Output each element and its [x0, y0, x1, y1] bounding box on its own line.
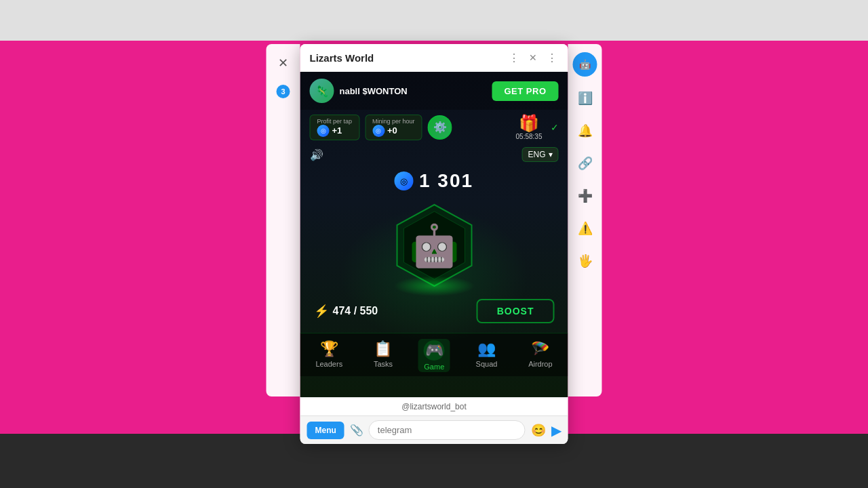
bottom-nav: 🏆 Leaders 📋 Tasks 🎮 Game 👥 Squad 🪂: [300, 333, 568, 376]
warning-icon[interactable]: ⚠️: [574, 218, 596, 239]
mining-icon: ◎: [372, 125, 384, 137]
bot-url: @lizartsworld_bot: [401, 402, 467, 411]
profit-value: +1: [332, 125, 342, 136]
leaders-icon: 🏆: [320, 340, 338, 358]
profit-stat: Profit per tap ◎ +1: [310, 115, 360, 140]
nav-item-tasks[interactable]: 📋 Tasks: [368, 339, 398, 372]
telegram-window: Lizarts World ⋮ ✕ ⋮ 🦎 nabll $WONTON GET …: [300, 44, 568, 444]
attachment-icon[interactable]: 📎: [350, 424, 363, 436]
energy-value: 474 / 550: [333, 305, 378, 317]
score-coin-icon: ◎: [395, 171, 414, 190]
energy-display: ⚡ 474 / 550: [314, 304, 378, 319]
left-panel: ✕ 3: [267, 44, 300, 396]
profit-label: Profit per tap: [317, 118, 353, 125]
mining-value: +0: [387, 125, 397, 136]
get-pro-button[interactable]: GET PRO: [492, 81, 558, 101]
game-icon: 🎮: [424, 340, 445, 361]
extra-more-button[interactable]: ⋮: [545, 51, 559, 64]
energy-area: ⚡ 474 / 550 BOOST: [300, 295, 568, 327]
user-bar: 🦎 nabll $WONTON GET PRO: [300, 72, 568, 110]
close-button[interactable]: ✕: [526, 51, 540, 64]
score-value: 1 301: [419, 170, 473, 192]
info-icon[interactable]: ℹ️: [574, 87, 596, 109]
lightning-icon: ⚡: [314, 304, 329, 319]
game-label: Game: [424, 363, 444, 371]
link-icon[interactable]: 🔗: [574, 152, 596, 174]
menu-button[interactable]: Menu: [307, 422, 344, 439]
score-area: ◎ 1 301: [300, 165, 568, 195]
title-bar: Lizarts World ⋮ ✕ ⋮: [300, 44, 568, 72]
boost-button[interactable]: BOOST: [477, 299, 555, 323]
bell-icon[interactable]: 🔔: [574, 120, 596, 142]
input-area: Menu 📎 😊 ▶: [300, 415, 568, 444]
app-content: 🦎 nabll $WONTON GET PRO Profit per tap ◎…: [300, 72, 568, 397]
language-selector[interactable]: ENG ▾: [521, 147, 558, 162]
airdrop-label: Airdrop: [528, 360, 552, 368]
nav-item-game[interactable]: 🎮 Game: [418, 339, 450, 372]
leaders-label: Leaders: [315, 360, 342, 368]
left-close-icon[interactable]: ✕: [273, 52, 294, 74]
character-sprite: 🤖: [409, 222, 460, 270]
mining-wheel-icon: ⚙️: [428, 115, 452, 140]
gift-icon: 🎁: [519, 114, 539, 133]
title-controls: ⋮ ✕ ⋮: [507, 51, 559, 64]
sound-icon: 🔊: [310, 149, 323, 161]
hex-glow: [393, 276, 475, 296]
profit-icon: ◎: [317, 125, 330, 137]
hand-icon[interactable]: 🖐️: [574, 250, 596, 272]
checkmark-icon: ✓: [551, 122, 559, 133]
window-title: Lizarts World: [310, 52, 374, 64]
user-info: 🦎 nabll $WONTON: [310, 79, 408, 103]
mining-stat: Mining per hour ◎ +0: [365, 115, 422, 140]
more-button[interactable]: ⋮: [507, 51, 521, 64]
language-label: ENG: [528, 150, 545, 159]
emoji-button[interactable]: 😊: [531, 423, 546, 438]
bot-icon[interactable]: 🤖: [573, 52, 597, 77]
gift-box[interactable]: 🎁 05:58:35: [516, 114, 542, 140]
stats-row: Profit per tap ◎ +1 Mining per hour ◎ +0: [300, 110, 568, 144]
lang-arrow-icon: ▾: [549, 150, 553, 159]
character-area[interactable]: 🤖: [300, 195, 568, 295]
squad-label: Squad: [476, 360, 498, 368]
mining-label: Mining per hour: [372, 118, 415, 125]
avatar: 🦎: [310, 79, 334, 103]
tasks-icon: 📋: [374, 340, 392, 358]
username: nabll $WONTON: [340, 86, 408, 96]
sound-button[interactable]: 🔊: [310, 148, 323, 161]
send-button[interactable]: ▶: [551, 422, 561, 439]
nav-item-squad[interactable]: 👥 Squad: [471, 339, 503, 372]
notification-badge: 3: [277, 85, 290, 98]
url-bar: @lizartsworld_bot: [300, 397, 568, 415]
character-hex[interactable]: 🤖: [390, 201, 478, 289]
tasks-label: Tasks: [374, 360, 393, 368]
squad-icon: 👥: [477, 340, 496, 358]
message-input[interactable]: [369, 420, 526, 440]
nav-item-leaders[interactable]: 🏆 Leaders: [310, 339, 348, 372]
nav-item-airdrop[interactable]: 🪂 Airdrop: [523, 339, 557, 372]
add-user-icon[interactable]: ➕: [574, 185, 596, 207]
controls-row: 🔊 ENG ▾: [300, 144, 568, 165]
right-panel: 🤖 ℹ️ 🔔 🔗 ➕ ⚠️ 🖐️: [568, 44, 602, 396]
airdrop-icon: 🪂: [531, 340, 549, 358]
gift-timer: 05:58:35: [516, 133, 542, 140]
